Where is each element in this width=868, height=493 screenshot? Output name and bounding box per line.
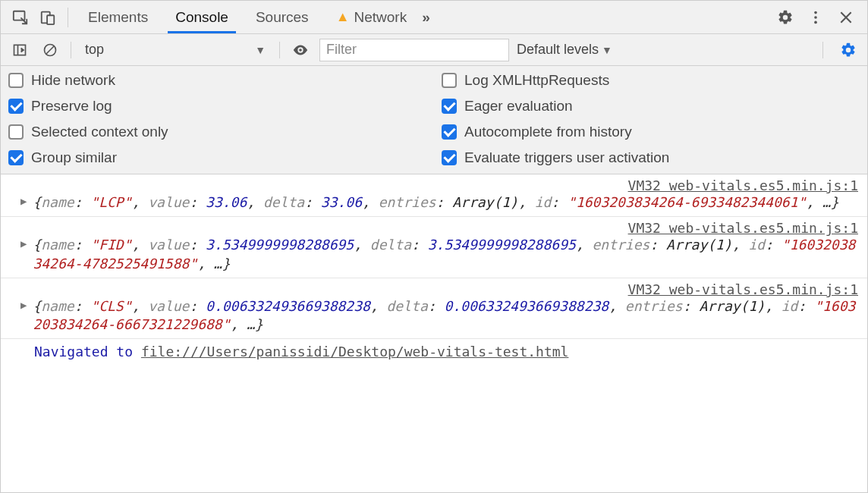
console-log: VM32 web-vitals.es5.min.js:1 ▶ {name: "L… bbox=[1, 174, 867, 366]
checkbox-preserve-log[interactable]: Preserve log bbox=[8, 98, 426, 115]
live-expression-icon[interactable] bbox=[289, 39, 312, 61]
navigation-url[interactable]: file:///Users/panissidi/Desktop/web-vita… bbox=[141, 344, 569, 360]
more-tabs-button[interactable]: » bbox=[420, 1, 432, 33]
source-link[interactable]: VM32 web-vitals.es5.min.js:1 bbox=[7, 281, 861, 297]
svg-point-3 bbox=[814, 11, 817, 14]
clear-console-icon[interactable] bbox=[39, 39, 61, 61]
log-object[interactable]: {name: "LCP", value: 33.06, delta: 33.06… bbox=[31, 193, 861, 212]
checkbox-eager-evaluation[interactable]: Eager evaluation bbox=[442, 98, 860, 115]
tab-console[interactable]: Console bbox=[162, 1, 242, 33]
expand-icon[interactable]: ▶ bbox=[20, 237, 27, 250]
checkbox-autocomplete[interactable]: Autocomplete from history bbox=[442, 124, 860, 140]
source-link[interactable]: VM32 web-vitals.es5.min.js:1 bbox=[7, 220, 861, 236]
svg-point-4 bbox=[814, 16, 817, 19]
log-object[interactable]: {name: "FID", value: 3.5349999998288695,… bbox=[31, 236, 861, 273]
separator bbox=[68, 8, 68, 27]
console-toolbar: top▼ Default levels▼ bbox=[1, 34, 867, 66]
filter-input[interactable] bbox=[319, 39, 509, 61]
chevron-down-icon: ▼ bbox=[602, 44, 612, 56]
checkbox-log-xhr[interactable]: Log XMLHttpRequests bbox=[442, 72, 860, 89]
device-toolbar-icon[interactable] bbox=[34, 4, 61, 31]
checkbox-evaluate-activation[interactable]: Evaluate triggers user activation bbox=[442, 149, 860, 166]
close-icon[interactable] bbox=[831, 4, 861, 31]
checkbox-group-similar[interactable]: Group similar bbox=[8, 149, 426, 166]
separator bbox=[822, 42, 823, 58]
svg-point-8 bbox=[299, 49, 302, 52]
tab-network[interactable]: ▲ Network bbox=[322, 1, 421, 33]
devtools-top-bar: Elements Console Sources ▲ Network » bbox=[1, 1, 867, 34]
kebab-menu-icon[interactable] bbox=[800, 4, 831, 31]
settings-gear-icon[interactable] bbox=[770, 4, 800, 31]
separator bbox=[279, 42, 280, 58]
log-object[interactable]: {name: "CLS", value: 0.00633249366938823… bbox=[31, 297, 861, 334]
log-entry: VM32 web-vitals.es5.min.js:1 ▶ {name: "C… bbox=[1, 278, 867, 340]
log-entry: VM32 web-vitals.es5.min.js:1 ▶ {name: "F… bbox=[1, 217, 867, 278]
svg-rect-0 bbox=[14, 11, 25, 20]
tab-elements[interactable]: Elements bbox=[74, 1, 162, 33]
warning-icon: ▲ bbox=[336, 9, 350, 25]
svg-point-5 bbox=[814, 20, 817, 24]
panel-tabs: Elements Console Sources ▲ Network » bbox=[74, 1, 432, 33]
navigation-message: Navigated to file:///Users/panissidi/Des… bbox=[1, 339, 867, 366]
log-levels-selector[interactable]: Default levels▼ bbox=[517, 42, 612, 58]
chevron-down-icon: ▼ bbox=[255, 44, 266, 56]
inspect-element-icon[interactable] bbox=[7, 4, 34, 31]
checkbox-selected-context[interactable]: Selected context only bbox=[8, 124, 426, 140]
log-entry: VM32 web-vitals.es5.min.js:1 ▶ {name: "L… bbox=[1, 174, 867, 217]
context-selector[interactable]: top▼ bbox=[80, 39, 270, 61]
console-settings-gear-icon[interactable] bbox=[837, 39, 860, 61]
console-settings-panel: Hide network Log XMLHttpRequests Preserv… bbox=[1, 66, 867, 174]
svg-rect-2 bbox=[47, 15, 54, 24]
expand-icon[interactable]: ▶ bbox=[20, 299, 27, 311]
tab-sources[interactable]: Sources bbox=[242, 1, 322, 33]
checkbox-hide-network[interactable]: Hide network bbox=[8, 72, 426, 89]
expand-icon[interactable]: ▶ bbox=[20, 195, 27, 207]
separator bbox=[71, 42, 71, 58]
source-link[interactable]: VM32 web-vitals.es5.min.js:1 bbox=[7, 177, 861, 193]
toggle-sidebar-icon[interactable] bbox=[8, 39, 31, 61]
